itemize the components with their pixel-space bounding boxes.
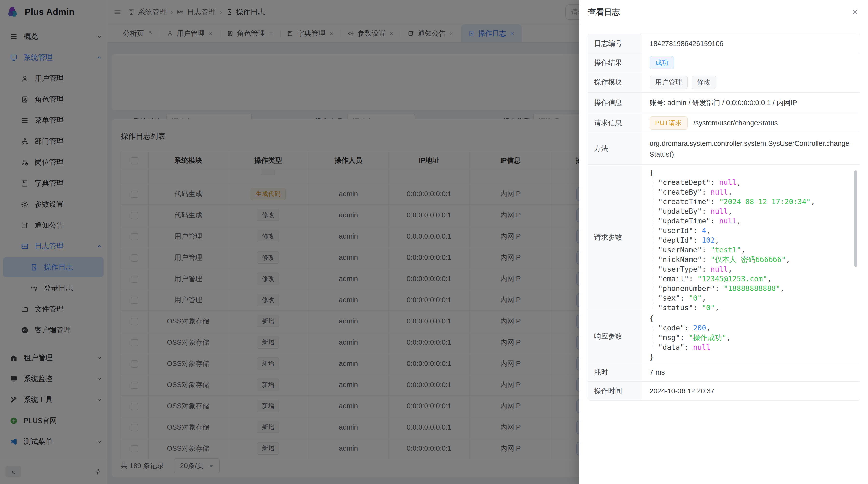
- json-code-block: { "createDept": null, "createBy": null, …: [650, 168, 854, 313]
- json-line: "deptId": 102,: [650, 235, 854, 245]
- json-line: "userType": null,: [650, 264, 854, 274]
- json-line: "phonenumber": "18888888888",: [650, 284, 854, 293]
- view-log-drawer: 查看日志 日志编号1842781986426159106操作结果成功操作模块用户…: [579, 0, 868, 484]
- detail-label: 操作时间: [588, 382, 641, 400]
- json-line: {: [650, 314, 854, 323]
- json-line: }: [650, 352, 854, 362]
- drawer-title: 查看日志: [588, 7, 620, 18]
- detail-row-8: 耗时7 ms: [588, 363, 860, 382]
- json-line: "createBy": null,: [650, 187, 854, 197]
- json-line: "userName": "test1",: [650, 245, 854, 255]
- code-scrollbar[interactable]: [854, 170, 858, 267]
- detail-label: 操作模块: [588, 72, 641, 92]
- detail-row-5: 方法org.dromara.system.controller.system.S…: [588, 133, 860, 165]
- json-line: "data": null: [650, 343, 854, 352]
- detail-label: 方法: [588, 133, 641, 164]
- detail-row-9: 操作时间2024-10-06 12:20:37: [588, 382, 860, 400]
- detail-label: 操作信息: [588, 93, 641, 113]
- detail-value: 7 ms: [650, 367, 665, 378]
- detail-row-6: 请求参数{ "createDept": null, "createBy": nu…: [588, 165, 860, 310]
- json-line: "createDept": null,: [650, 178, 854, 187]
- log-detail-table: 日志编号1842781986426159106操作结果成功操作模块用户管理修改操…: [588, 34, 860, 400]
- json-line: {: [650, 168, 854, 178]
- close-icon[interactable]: [850, 8, 859, 17]
- detail-label: 操作结果: [588, 53, 641, 72]
- json-line: "updateTime": null,: [650, 216, 854, 226]
- detail-row-1: 操作结果成功: [588, 53, 860, 72]
- status-tag: PUT请求: [650, 117, 688, 129]
- json-line: "nickName": "仅本人 密码666666",: [650, 255, 854, 264]
- detail-value: 2024-10-06 12:20:37: [650, 386, 714, 396]
- detail-row-0: 日志编号1842781986426159106: [588, 34, 860, 53]
- json-line: "updateBy": null,: [650, 206, 854, 216]
- json-code-block: { "code": 200, "msg": "操作成功", "data": nu…: [650, 314, 854, 362]
- detail-value: org.dromara.system.controller.system.Sys…: [650, 138, 854, 160]
- json-line: "createTime": "2024-08-12 17:20:34",: [650, 197, 854, 206]
- detail-row-4: 请求信息PUT请求/system/user/changeStatus: [588, 113, 860, 133]
- detail-label: 请求参数: [588, 165, 641, 310]
- json-line: "sex": "0",: [650, 293, 854, 303]
- status-tag: 用户管理: [650, 76, 688, 89]
- detail-label: 响应参数: [588, 310, 641, 362]
- drawer-header: 查看日志: [579, 0, 868, 24]
- detail-label: 日志编号: [588, 34, 641, 53]
- detail-value: /system/user/changeStatus: [693, 118, 778, 128]
- json-line: "msg": "操作成功",: [650, 333, 854, 343]
- status-tag: 成功: [650, 56, 674, 69]
- json-line: "email": "12345@1253.com",: [650, 274, 854, 284]
- detail-value: 账号: admin / 研发部门 / 0:0:0:0:0:0:0:1 / 内网I…: [650, 97, 797, 108]
- detail-label: 请求信息: [588, 113, 641, 133]
- detail-row-7: 响应参数{ "code": 200, "msg": "操作成功", "data"…: [588, 310, 860, 363]
- json-line: "userId": 4,: [650, 226, 854, 235]
- json-line: "code": 200,: [650, 323, 854, 333]
- status-tag: 修改: [691, 76, 716, 89]
- indent-guide: [653, 324, 653, 349]
- indent-guide: [653, 178, 653, 308]
- detail-row-2: 操作模块用户管理修改: [588, 72, 860, 93]
- detail-label: 耗时: [588, 363, 641, 381]
- detail-value: 1842781986426159106: [650, 38, 723, 49]
- detail-row-3: 操作信息账号: admin / 研发部门 / 0:0:0:0:0:0:0:1 /…: [588, 93, 860, 113]
